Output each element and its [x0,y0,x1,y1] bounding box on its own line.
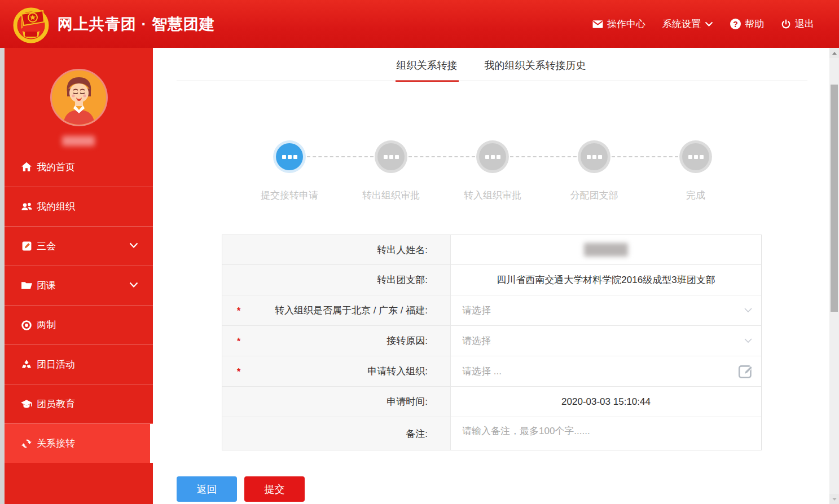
back-button[interactable]: 返回 [177,476,237,502]
step-label-1: 提交接转申请 [239,189,340,202]
form-row-remark: 备注: 请输入备注，最多100个字...... [222,417,761,450]
username-redacted [62,136,95,146]
sync-icon [20,437,33,450]
form-row-target-organization: * 申请转入组织: 请选择 ... [222,356,761,386]
sidebar-item-member-education[interactable]: 团员教育 [5,384,153,423]
power-icon [781,19,791,29]
home-icon [20,161,33,173]
step-circle-4 [578,140,610,173]
sidebar-item-label: 我的组织 [37,200,75,213]
sidebar-item-label: 三会 [37,240,56,253]
graduation-icon [20,398,33,410]
help-icon: ? [730,19,741,29]
recycle-icon [20,359,33,371]
apply-time-value: 2020-03-03 15:10:44 [451,387,761,417]
required-marker: * [237,337,240,347]
field-label: * 接转原因: [222,326,451,356]
menu-label: 系统设置 [662,17,701,30]
tab-organization-transfer[interactable]: 组织关系转接 [396,54,459,82]
page: 网上共青团 · 智慧团建 操作中心 系统设置 ? 帮助 [0,0,839,504]
sidebar-item-label: 两制 [37,319,56,331]
region-select[interactable]: 请选择 [451,295,761,325]
menu-label: 操作中心 [607,17,645,30]
scrollbar-thumb[interactable] [831,85,838,312]
chevron-down-icon [129,242,138,249]
step-label-5: 完成 [645,189,746,202]
sidebar: 我的首页 我的组织 三会 [5,48,153,504]
step-circle-5 [679,140,712,173]
field-label: 备注: [222,417,451,450]
sidebar-nav: 我的首页 我的组织 三会 [5,147,153,463]
sidebar-item-organization[interactable]: 我的组织 [5,187,153,226]
users-icon [20,201,33,213]
sidebar-item-label: 团课 [37,279,56,292]
target-organization-picker[interactable]: 请选择 ... [451,356,761,386]
submit-button[interactable]: 提交 [244,476,305,502]
field-label: * 申请转入组织: [222,356,451,386]
form-row-transfer-name: 转出人姓名: [222,235,761,264]
step-circle-3 [476,140,509,173]
tabbar-divider [177,81,807,81]
step-circle-2 [375,140,407,173]
reason-select[interactable]: 请选择 [451,326,761,356]
folder-icon [20,280,33,292]
field-label: 转出人姓名: [222,235,451,264]
scroll-down-icon [832,498,837,501]
step-label-3: 转入组织审批 [442,189,543,202]
menu-label: 帮助 [745,17,764,30]
form-row-apply-time: 申请时间: 2020-03-03 15:10:44 [222,386,761,417]
league-emblem-logo [10,3,52,45]
required-marker: * [237,367,240,377]
sidebar-item-league-class[interactable]: 团课 [5,266,153,305]
sidebar-item-meetings[interactable]: 三会 [5,226,153,266]
form-row-transfer-reason: * 接转原因: 请选择 [222,325,761,356]
main-content: 组织关系转接 我的组织关系转接历史 提交接转申请 [153,48,829,504]
edit-icon[interactable] [737,362,755,381]
tab-bar: 组织关系转接 我的组织关系转接历史 [153,54,829,82]
step-connector [510,156,577,157]
redacted-name-value [584,243,628,257]
sidebar-item-label: 关系接转 [37,437,75,450]
app-header: 网上共青团 · 智慧团建 操作中心 系统设置 ? 帮助 [0,0,839,48]
left-gray-rail [0,48,5,504]
sidebar-item-label: 我的首页 [37,161,75,174]
header-menu: 操作中心 系统设置 ? 帮助 退出 [592,0,814,48]
remark-textarea[interactable]: 请输入备注，最多100个字...... [451,417,761,450]
step-connector [307,156,374,157]
scroll-up-button[interactable] [829,48,839,58]
sidebar-item-label: 团日活动 [37,358,75,371]
chevron-down-icon [744,338,752,343]
help-link[interactable]: ? 帮助 [730,17,764,30]
operations-center-link[interactable]: 操作中心 [592,17,645,30]
chevron-down-icon [705,21,713,27]
sidebar-item-relation-transfer[interactable]: 关系接转 [5,423,153,463]
vertical-scrollbar[interactable] [829,48,839,504]
required-marker: * [237,306,240,316]
field-label: * 转入组织是否属于北京 / 广东 / 福建: [222,295,451,325]
form-row-source-branch: 转出团支部: 四川省西南交通大学材料学院2016级成型3班团支部 [222,264,761,295]
source-branch-value: 四川省西南交通大学材料学院2016级成型3班团支部 [451,265,761,295]
app-title: 网上共青团 · 智慧团建 [58,0,215,48]
scroll-down-button[interactable] [829,494,839,504]
field-label: 申请时间: [222,387,451,417]
step-connector [408,156,475,157]
chevron-down-icon [129,282,138,288]
transfer-form: 转出人姓名: 转出团支部: 四川省西南交通大学材料学院2016级成型3班团支部 … [222,235,762,450]
target-icon [20,319,33,331]
logout-link[interactable]: 退出 [781,17,814,30]
edit-square-icon [20,240,33,253]
tab-transfer-history[interactable]: 我的组织关系转接历史 [484,54,587,82]
chevron-down-icon [744,308,752,313]
sidebar-item-home[interactable]: 我的首页 [5,147,153,187]
step-label-2: 转出组织审批 [340,189,442,202]
avatar[interactable] [50,69,108,126]
form-row-region-question: * 转入组织是否属于北京 / 广东 / 福建: 请选择 [222,295,761,325]
system-settings-link[interactable]: 系统设置 [662,17,713,30]
sidebar-item-label: 团员教育 [37,397,75,410]
field-label: 转出团支部: [222,265,451,295]
scroll-up-icon [832,52,837,55]
menu-label: 退出 [795,17,814,30]
sidebar-item-two-systems[interactable]: 两制 [5,305,153,344]
sidebar-item-league-day[interactable]: 团日活动 [5,344,153,384]
step-label-4: 分配团支部 [543,189,645,202]
